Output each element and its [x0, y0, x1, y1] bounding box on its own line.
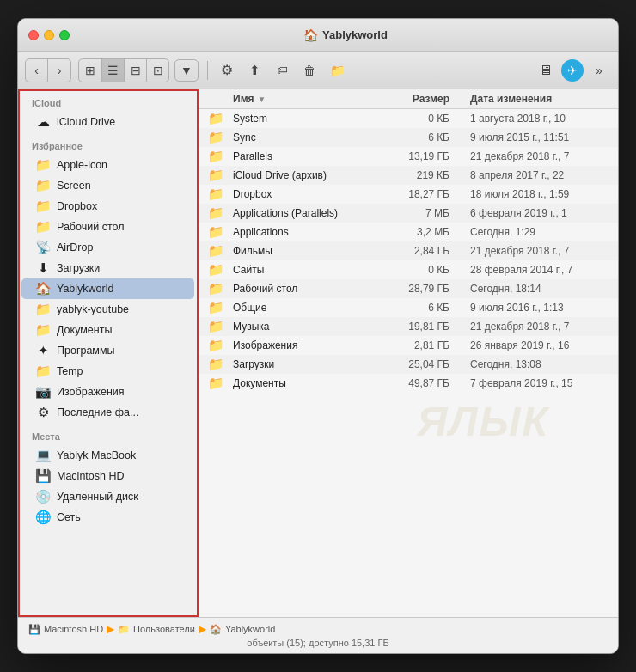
telegram-button[interactable]: ✈ — [561, 59, 584, 82]
sidebar-item-network[interactable]: 🌐 Сеть — [21, 507, 194, 528]
table-row[interactable]: 📁 Общие 6 КБ 9 июля 2016 г., 1:13 — [199, 298, 618, 317]
new-folder-button[interactable]: 📁 — [325, 59, 349, 82]
desktop-folder-icon: 📁 — [35, 219, 51, 235]
programs-icon: ✦ — [35, 343, 51, 358]
file-name: Parallels — [233, 150, 377, 162]
sidebar-item-programs[interactable]: ✦ Программы — [21, 340, 194, 361]
sidebar-item-temp[interactable]: 📁 Temp — [21, 361, 194, 382]
file-name: Изображения — [233, 339, 377, 351]
screen-share-button[interactable]: 🖥 — [534, 59, 558, 82]
toolbar-right-actions: 🖥 ✈ » — [534, 59, 611, 82]
path-hd-label: Macintosh HD — [44, 624, 103, 634]
table-row[interactable]: 📁 Applications (Parallels) 7 МБ 6 феврал… — [199, 204, 618, 223]
sidebar-item-downloads-label: Загрузки — [57, 262, 186, 274]
table-row[interactable]: 📁 Музыка 19,81 ГБ 21 декабря 2018 г., 7 — [199, 317, 618, 336]
window-title: 🏠 Yablykworld — [83, 28, 608, 42]
toolbar-separator — [207, 61, 208, 80]
sidebar-item-network-label: Сеть — [57, 511, 186, 523]
col-size-header[interactable]: Размер — [377, 93, 463, 105]
statusbar: 💾 Macintosh HD ▶ 📁 Пользователи ▶ 🏠 Yabl… — [18, 617, 618, 653]
file-name: Общие — [233, 302, 377, 314]
table-row[interactable]: 📁 Applications 3,2 МБ Сегодня, 1:29 — [199, 223, 618, 241]
sidebar-item-apple-icon[interactable]: 📁 Apple-icon — [21, 155, 194, 175]
traffic-lights — [28, 30, 70, 40]
table-row[interactable]: 📁 Документы 49,87 ГБ 7 февраля 2019 г., … — [199, 374, 618, 393]
gear-button[interactable]: ⚙ — [215, 59, 239, 82]
yablykworld-icon: 🏠 — [35, 281, 51, 296]
sidebar-item-desktop[interactable]: 📁 Рабочий стол — [21, 217, 194, 237]
sidebar-item-dropbox[interactable]: 📁 Dropbox — [21, 196, 194, 217]
file-folder-icon: 📁 — [199, 205, 233, 221]
file-folder-icon: 📁 — [199, 357, 233, 372]
sidebar-item-macintosh-hd-label: Macintosh HD — [57, 470, 186, 482]
table-row[interactable]: 📁 Dropbox 18,27 ГБ 18 июля 2018 г., 1:59 — [199, 185, 618, 204]
table-row[interactable]: 📁 iCloud Drive (архив) 219 КБ 8 апреля 2… — [199, 166, 618, 185]
yablyk-youtube-icon: 📁 — [35, 302, 51, 317]
sidebar-item-yablyk-macbook[interactable]: 💻 Yablyk MacBook — [21, 445, 194, 466]
table-row[interactable]: 📁 Изображения 2,81 ГБ 26 января 2019 г.,… — [199, 336, 618, 355]
view-column-button[interactable]: ⊟ — [124, 59, 146, 82]
sidebar-item-macintosh-hd[interactable]: 💾 Macintosh HD — [21, 466, 194, 486]
titlebar: 🏠 Yablykworld — [18, 19, 618, 52]
macbook-icon: 💻 — [35, 448, 51, 463]
view-list-button[interactable]: ☰ — [101, 59, 124, 82]
table-row[interactable]: 📁 Рабочий стол 28,79 ГБ Сегодня, 18:14 — [199, 279, 618, 298]
table-row[interactable]: 📁 Sync 6 КБ 9 июля 2015 г., 11:51 — [199, 128, 618, 147]
sidebar-item-yablyk-youtube[interactable]: 📁 yablyk-youtube — [21, 299, 194, 320]
file-name: Рабочий стол — [233, 283, 377, 295]
view-gallery-button[interactable]: ⊡ — [146, 59, 168, 82]
file-date: 6 февраля 2019 г., 1 — [463, 207, 618, 219]
path-sep-1: ▶ — [107, 623, 114, 635]
back-button[interactable]: ‹ — [26, 59, 48, 82]
file-date: Сегодня, 1:29 — [463, 226, 618, 238]
sidebar-item-recent[interactable]: ⚙ Последние фа... — [21, 402, 194, 423]
sidebar-item-documents-label: Документы — [57, 324, 186, 336]
file-folder-icon: 📁 — [199, 130, 233, 145]
apple-icon-folder-icon: 📁 — [35, 157, 51, 173]
more-button[interactable]: » — [587, 59, 611, 82]
file-size: 19,81 ГБ — [377, 321, 463, 333]
forward-button[interactable]: › — [48, 59, 70, 82]
table-row[interactable]: 📁 Фильмы 2,84 ГБ 21 декабря 2018 г., 7 — [199, 241, 618, 260]
file-date: 7 февраля 2019 г., 15 — [463, 377, 618, 389]
path-folder-label: Пользователи — [133, 624, 195, 634]
sidebar-item-recent-label: Последние фа... — [57, 406, 186, 418]
sidebar-item-screen[interactable]: 📁 Screen — [21, 175, 194, 196]
file-size: 2,81 ГБ — [377, 339, 463, 351]
table-row[interactable]: 📁 System 0 КБ 1 августа 2018 г., 10 — [199, 109, 618, 128]
sidebar-item-icloud-drive-label: iCloud Drive — [57, 116, 186, 128]
sidebar-item-yablyk-macbook-label: Yablyk MacBook — [57, 449, 186, 461]
table-row[interactable]: 📁 Загрузки 25,04 ГБ Сегодня, 13:08 — [199, 355, 618, 374]
file-folder-icon: 📁 — [199, 149, 233, 164]
sidebar-item-documents[interactable]: 📁 Документы — [21, 320, 194, 340]
view-icon-button[interactable]: ⊞ — [79, 59, 101, 82]
file-date: 26 января 2019 г., 16 — [463, 339, 618, 351]
file-list: Имя ▼ Размер Дата изменения 📁 System 0 К… — [199, 89, 618, 617]
sidebar-item-yablykworld[interactable]: 🏠 Yablykworld — [21, 278, 194, 299]
close-button[interactable] — [28, 30, 39, 40]
sidebar-item-programs-label: Программы — [57, 345, 186, 357]
file-size: 0 КБ — [377, 113, 463, 125]
filelist-body: 📁 System 0 КБ 1 августа 2018 г., 10 📁 Sy… — [199, 109, 618, 617]
file-date: 18 июля 2018 г., 1:59 — [463, 188, 618, 200]
share-button[interactable]: ⬆ — [242, 59, 266, 82]
col-name-header[interactable]: Имя ▼ — [199, 93, 377, 105]
minimize-button[interactable] — [44, 30, 54, 40]
sidebar-item-icloud-drive[interactable]: ☁ iCloud Drive — [21, 112, 194, 132]
downloads-icon: ⬇ — [35, 260, 51, 276]
file-date: 21 декабря 2018 г., 7 — [463, 245, 618, 257]
sidebar-item-downloads[interactable]: ⬇ Загрузки — [21, 258, 194, 278]
tag-button[interactable]: 🏷 — [270, 59, 294, 82]
sidebar-item-remote-disk[interactable]: 💿 Удаленный диск — [21, 486, 194, 507]
window-title-text: Yablykworld — [322, 28, 388, 41]
sidebar-item-airdrop[interactable]: 📡 AirDrop — [21, 237, 194, 258]
table-row[interactable]: 📁 Сайты 0 КБ 28 февраля 2014 г., 7 — [199, 260, 618, 279]
col-date-header[interactable]: Дата изменения — [463, 93, 618, 105]
file-name: Sync — [233, 131, 377, 144]
path-hd-icon: 💾 — [28, 624, 40, 635]
delete-button[interactable]: 🗑 — [297, 59, 321, 82]
sidebar-item-images[interactable]: 📷 Изображения — [21, 382, 194, 402]
view-options-button[interactable]: ▼ — [174, 59, 199, 82]
table-row[interactable]: 📁 Parallels 13,19 ГБ 21 декабря 2018 г.,… — [199, 147, 618, 166]
maximize-button[interactable] — [59, 30, 70, 40]
